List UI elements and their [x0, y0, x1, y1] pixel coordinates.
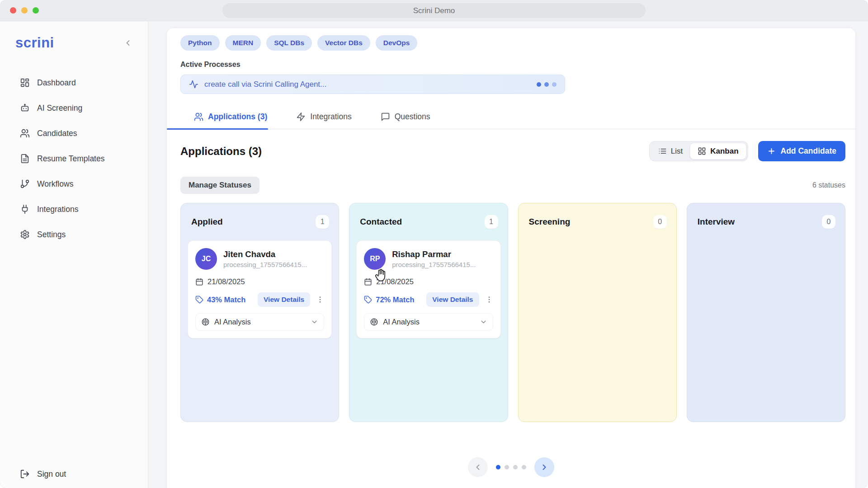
plus-icon	[767, 147, 776, 155]
close-button[interactable]	[10, 7, 16, 14]
window-title: Scrini Demo	[222, 3, 646, 18]
loader-dot	[552, 82, 557, 87]
sidebar-item-dashboard[interactable]: Dashboard	[0, 70, 148, 95]
column-header: Interview 0	[694, 210, 838, 229]
skill-tag[interactable]: Python	[180, 35, 220, 51]
pagination-next-button[interactable]	[534, 457, 554, 477]
process-text: create call via Scrini Calling Agent...	[204, 80, 326, 89]
tab-label: Applications (3)	[208, 112, 267, 122]
app-window: Scrini Demo scrini Dashboard AI Screenin…	[0, 0, 868, 488]
column-name: Applied	[191, 217, 223, 227]
sidebar-collapse-button[interactable]	[123, 38, 132, 47]
match-score: 43% Match	[195, 296, 245, 304]
card-menu-button[interactable]	[485, 296, 493, 304]
card-menu-button[interactable]	[316, 296, 324, 304]
add-candidate-label: Add Candidate	[781, 146, 836, 156]
pagination-dots	[496, 465, 526, 469]
chevron-left-icon	[473, 463, 482, 472]
tab-bar: Applications (3) Integrations Questions	[167, 112, 855, 129]
sidebar-item-resume-templates[interactable]: Resume Templates	[0, 146, 148, 171]
skill-tag[interactable]: Vector DBs	[317, 35, 370, 51]
candidate-name: Rishap Parmar	[392, 249, 476, 259]
chevron-down-icon	[480, 318, 487, 326]
pagination-dot[interactable]	[496, 465, 500, 469]
tag-icon	[195, 296, 203, 304]
manage-statuses-label: Manage Statuses	[189, 181, 251, 190]
pagination-prev-button[interactable]	[468, 457, 488, 477]
pagination-dot[interactable]	[505, 465, 509, 469]
ai-analysis-toggle[interactable]: AI Analysis	[195, 313, 324, 331]
pagination-dot[interactable]	[513, 465, 518, 469]
skill-tag[interactable]: MERN	[225, 35, 261, 51]
ai-analysis-label: AI Analysis	[214, 318, 251, 326]
page-title: Applications (3)	[180, 145, 262, 158]
active-process-item[interactable]: create call via Scrini Calling Agent...	[180, 75, 565, 94]
sidebar-item-workflows[interactable]: Workflows	[0, 171, 148, 197]
list-icon	[658, 147, 667, 155]
minimize-button[interactable]	[21, 7, 28, 14]
view-toggle-list[interactable]: List	[651, 143, 690, 160]
tab-integrations[interactable]: Integrations	[296, 112, 351, 122]
sign-out-icon	[20, 469, 30, 479]
candidate-file: processing_17557566415...	[223, 261, 307, 268]
candidate-card[interactable]: JC Jiten Chavda processing_17557566415..…	[188, 240, 332, 338]
logo-row: scrini	[0, 21, 148, 51]
sidebar-item-candidates[interactable]: Candidates	[0, 121, 148, 146]
skill-tags-row: Python MERN SQL DBs Vector DBs DevOps	[180, 35, 845, 51]
manage-statuses-button[interactable]: Manage Statuses	[180, 177, 259, 194]
tab-label: Questions	[395, 112, 430, 122]
users-icon	[20, 128, 30, 138]
column-count-badge: 1	[316, 215, 329, 229]
ai-analysis-toggle[interactable]: AI Analysis	[364, 313, 493, 331]
window-controls	[10, 7, 39, 14]
sidebar-item-label: Settings	[37, 230, 66, 239]
kanban-column-applied: Applied 1 JC Jiten Chavda processing_175…	[180, 203, 339, 422]
cursor-hand-icon	[373, 267, 389, 283]
avatar[interactable]: JC	[195, 248, 217, 270]
calendar-icon	[364, 278, 372, 286]
view-details-button[interactable]: View Details	[258, 292, 310, 307]
add-candidate-button[interactable]: Add Candidate	[758, 141, 845, 161]
zoom-button[interactable]	[33, 7, 39, 14]
calendar-icon	[195, 278, 203, 286]
app-logo: scrini	[15, 35, 54, 51]
column-header: Applied 1	[188, 210, 332, 229]
kanban-grid-icon	[698, 147, 706, 155]
candidate-date: 21/08/2025	[208, 277, 245, 286]
content-panel: Python MERN SQL DBs Vector DBs DevOps Ac…	[166, 28, 856, 488]
sidebar-nav: Dashboard AI Screening Candidates Resume…	[0, 70, 148, 247]
kanban-board: Applied 1 JC Jiten Chavda processing_175…	[180, 203, 845, 422]
ellipsis-vertical-icon	[316, 296, 324, 304]
column-header: Contacted 1	[356, 210, 500, 229]
kanban-column-screening: Screening 0	[518, 203, 677, 422]
candidate-card[interactable]: RP Rishap Parmar processing_17557566415.…	[356, 240, 500, 338]
sidebar-item-settings[interactable]: Settings	[0, 222, 148, 247]
skill-tag[interactable]: DevOps	[376, 35, 418, 51]
sign-out-button[interactable]: Sign out	[20, 469, 66, 479]
sidebar-item-label: AI Screening	[37, 103, 82, 113]
view-toggle-kanban[interactable]: Kanban	[690, 143, 746, 160]
sidebar-item-label: Candidates	[37, 129, 77, 138]
process-loader-dots	[537, 82, 557, 87]
sidebar-item-integrations[interactable]: Integrations	[0, 197, 148, 222]
robot-icon	[20, 103, 30, 113]
skill-tag[interactable]: SQL DBs	[266, 35, 312, 51]
view-details-button[interactable]: View Details	[426, 292, 479, 307]
pagination-dot[interactable]	[522, 465, 526, 469]
column-count-badge: 0	[822, 215, 835, 229]
sidebar-item-ai-screening[interactable]: AI Screening	[0, 95, 148, 121]
sidebar-item-label: Workflows	[37, 179, 73, 189]
match-score: 72% Match	[364, 296, 414, 304]
users-icon	[194, 112, 203, 122]
view-toggle-list-label: List	[671, 147, 683, 156]
match-score-label: 43% Match	[207, 296, 245, 304]
avatar[interactable]: RP	[364, 248, 386, 270]
tab-questions[interactable]: Questions	[381, 112, 430, 122]
kanban-column-interview: Interview 0	[687, 203, 845, 422]
sidebar-item-label: Resume Templates	[37, 154, 104, 164]
activity-pulse-icon	[189, 80, 198, 89]
brain-icon	[201, 318, 210, 326]
view-toggle-kanban-label: Kanban	[710, 147, 738, 156]
tab-applications[interactable]: Applications (3)	[194, 112, 267, 122]
board-pagination	[167, 457, 855, 477]
